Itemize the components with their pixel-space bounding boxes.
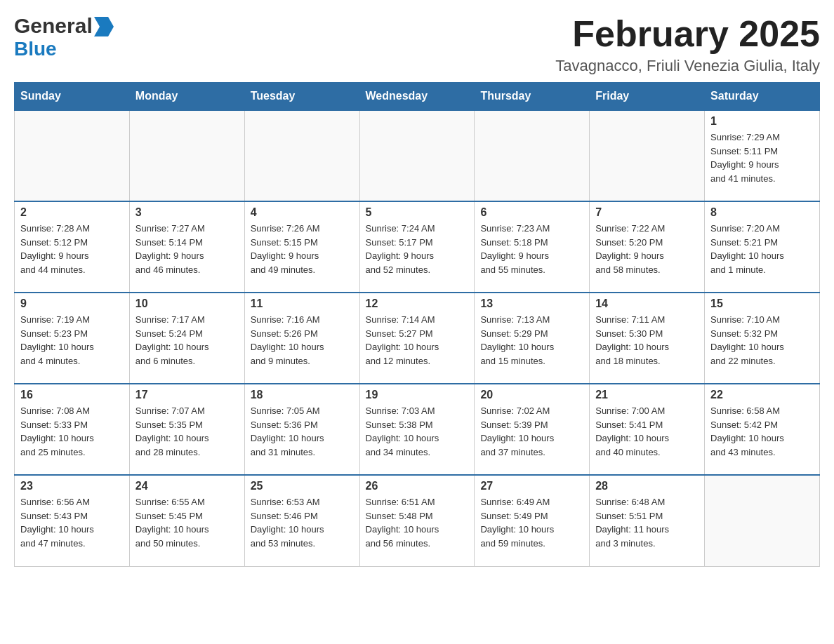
calendar-day-cell: 21Sunrise: 7:00 AM Sunset: 5:41 PM Dayli… [590,384,705,475]
day-info: Sunrise: 7:03 AM Sunset: 5:38 PM Dayligh… [366,404,469,459]
calendar-day-cell [15,110,130,201]
day-number: 21 [595,389,699,401]
day-number: 17 [135,389,239,401]
day-number: 25 [251,480,354,492]
day-info: Sunrise: 6:58 AM Sunset: 5:42 PM Dayligh… [710,404,814,459]
title-section: February 2025 Tavagnacco, Friuli Venezia… [555,14,820,75]
calendar-day-cell [244,110,359,201]
day-number: 16 [20,389,124,401]
location-title: Tavagnacco, Friuli Venezia Giulia, Italy [555,57,820,75]
page-header: General Blue February 2025 Tavagnacco, F… [14,14,820,75]
day-number: 5 [366,206,469,219]
day-info: Sunrise: 6:56 AM Sunset: 5:43 PM Dayligh… [20,495,124,550]
day-number: 2 [20,206,124,219]
logo: General Blue [14,14,114,60]
calendar-day-cell: 7Sunrise: 7:22 AM Sunset: 5:20 PM Daylig… [590,201,705,293]
calendar-week-row: 23Sunrise: 6:56 AM Sunset: 5:43 PM Dayli… [15,475,820,566]
day-info: Sunrise: 7:28 AM Sunset: 5:12 PM Dayligh… [20,222,124,276]
day-number: 14 [595,297,699,310]
day-info: Sunrise: 7:05 AM Sunset: 5:36 PM Dayligh… [251,404,354,459]
day-number: 10 [135,297,239,310]
day-number: 13 [480,297,583,310]
calendar-week-row: 16Sunrise: 7:08 AM Sunset: 5:33 PM Dayli… [15,384,820,475]
calendar-day-cell: 4Sunrise: 7:26 AM Sunset: 5:15 PM Daylig… [244,201,359,293]
calendar-day-cell: 12Sunrise: 7:14 AM Sunset: 5:27 PM Dayli… [359,293,475,384]
calendar-weekday-header: Saturday [705,83,820,111]
day-info: Sunrise: 7:24 AM Sunset: 5:17 PM Dayligh… [366,222,469,276]
day-info: Sunrise: 7:11 AM Sunset: 5:30 PM Dayligh… [595,313,699,368]
day-info: Sunrise: 7:19 AM Sunset: 5:23 PM Dayligh… [20,313,124,368]
day-number: 3 [135,206,239,219]
calendar-weekday-header: Tuesday [244,83,359,111]
calendar-day-cell: 20Sunrise: 7:02 AM Sunset: 5:39 PM Dayli… [475,384,590,475]
day-info: Sunrise: 7:27 AM Sunset: 5:14 PM Dayligh… [135,222,239,276]
calendar-day-cell: 17Sunrise: 7:07 AM Sunset: 5:35 PM Dayli… [129,384,244,475]
day-number: 6 [480,206,583,219]
calendar-day-cell: 11Sunrise: 7:16 AM Sunset: 5:26 PM Dayli… [244,293,359,384]
day-info: Sunrise: 7:14 AM Sunset: 5:27 PM Dayligh… [366,313,469,368]
day-number: 8 [710,206,814,219]
calendar-weekday-header: Thursday [475,83,590,111]
day-number: 19 [366,389,469,401]
calendar-table: SundayMondayTuesdayWednesdayThursdayFrid… [14,82,820,567]
calendar-day-cell: 13Sunrise: 7:13 AM Sunset: 5:29 PM Dayli… [475,293,590,384]
calendar-header-row: SundayMondayTuesdayWednesdayThursdayFrid… [15,83,820,111]
month-title: February 2025 [555,14,820,54]
day-info: Sunrise: 7:00 AM Sunset: 5:41 PM Dayligh… [595,404,699,459]
day-number: 23 [20,480,124,492]
calendar-day-cell: 25Sunrise: 6:53 AM Sunset: 5:46 PM Dayli… [244,475,359,566]
day-info: Sunrise: 7:16 AM Sunset: 5:26 PM Dayligh… [251,313,354,368]
calendar-day-cell: 28Sunrise: 6:48 AM Sunset: 5:51 PM Dayli… [590,475,705,566]
day-number: 24 [135,480,239,492]
day-info: Sunrise: 7:13 AM Sunset: 5:29 PM Dayligh… [480,313,583,368]
day-number: 1 [710,115,814,128]
calendar-day-cell: 8Sunrise: 7:20 AM Sunset: 5:21 PM Daylig… [705,201,820,293]
svg-marker-0 [94,17,114,36]
calendar-day-cell: 14Sunrise: 7:11 AM Sunset: 5:30 PM Dayli… [590,293,705,384]
day-info: Sunrise: 7:10 AM Sunset: 5:32 PM Dayligh… [710,313,814,368]
calendar-day-cell: 27Sunrise: 6:49 AM Sunset: 5:49 PM Dayli… [475,475,590,566]
calendar-day-cell [129,110,244,201]
day-info: Sunrise: 7:23 AM Sunset: 5:18 PM Dayligh… [480,222,583,276]
day-info: Sunrise: 7:08 AM Sunset: 5:33 PM Dayligh… [20,404,124,459]
logo-blue-text: Blue [14,38,57,60]
calendar-day-cell [475,110,590,201]
day-info: Sunrise: 6:55 AM Sunset: 5:45 PM Dayligh… [135,495,239,550]
calendar-day-cell: 6Sunrise: 7:23 AM Sunset: 5:18 PM Daylig… [475,201,590,293]
calendar-day-cell: 9Sunrise: 7:19 AM Sunset: 5:23 PM Daylig… [15,293,130,384]
day-info: Sunrise: 7:07 AM Sunset: 5:35 PM Dayligh… [135,404,239,459]
day-info: Sunrise: 7:26 AM Sunset: 5:15 PM Dayligh… [251,222,354,276]
logo-flag-icon [94,17,114,36]
day-number: 11 [251,297,354,310]
calendar-day-cell: 19Sunrise: 7:03 AM Sunset: 5:38 PM Dayli… [359,384,475,475]
logo-general-text: General [14,14,93,38]
calendar-day-cell: 23Sunrise: 6:56 AM Sunset: 5:43 PM Dayli… [15,475,130,566]
calendar-day-cell: 16Sunrise: 7:08 AM Sunset: 5:33 PM Dayli… [15,384,130,475]
day-info: Sunrise: 7:29 AM Sunset: 5:11 PM Dayligh… [710,130,814,185]
calendar-day-cell: 3Sunrise: 7:27 AM Sunset: 5:14 PM Daylig… [129,201,244,293]
day-info: Sunrise: 7:20 AM Sunset: 5:21 PM Dayligh… [710,222,814,276]
calendar-day-cell [705,475,820,566]
day-info: Sunrise: 7:17 AM Sunset: 5:24 PM Dayligh… [135,313,239,368]
day-info: Sunrise: 6:49 AM Sunset: 5:49 PM Dayligh… [480,495,583,550]
calendar-day-cell: 1Sunrise: 7:29 AM Sunset: 5:11 PM Daylig… [705,110,820,201]
calendar-day-cell: 15Sunrise: 7:10 AM Sunset: 5:32 PM Dayli… [705,293,820,384]
calendar-day-cell [359,110,475,201]
calendar-week-row: 1Sunrise: 7:29 AM Sunset: 5:11 PM Daylig… [15,110,820,201]
day-info: Sunrise: 6:48 AM Sunset: 5:51 PM Dayligh… [595,495,699,550]
day-number: 15 [710,297,814,310]
day-number: 18 [251,389,354,401]
calendar-day-cell: 2Sunrise: 7:28 AM Sunset: 5:12 PM Daylig… [15,201,130,293]
day-number: 12 [366,297,469,310]
day-number: 9 [20,297,124,310]
day-number: 7 [595,206,699,219]
calendar-weekday-header: Friday [590,83,705,111]
calendar-day-cell: 22Sunrise: 6:58 AM Sunset: 5:42 PM Dayli… [705,384,820,475]
day-number: 20 [480,389,583,401]
calendar-weekday-header: Monday [129,83,244,111]
calendar-weekday-header: Sunday [15,83,130,111]
calendar-week-row: 2Sunrise: 7:28 AM Sunset: 5:12 PM Daylig… [15,201,820,293]
day-info: Sunrise: 7:22 AM Sunset: 5:20 PM Dayligh… [595,222,699,276]
day-info: Sunrise: 6:53 AM Sunset: 5:46 PM Dayligh… [251,495,354,550]
day-number: 22 [710,389,814,401]
